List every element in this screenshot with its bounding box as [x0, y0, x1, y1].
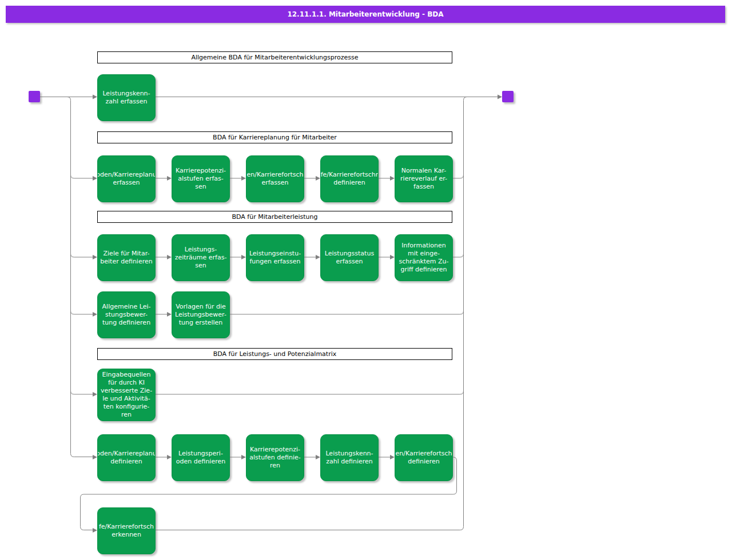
activity-node: en/Karrierefortscherfassen	[246, 155, 304, 202]
activity-node: oden/Karriereplanuerfassen	[97, 155, 156, 202]
activity-node: Ziele für Mitar-beiter definieren	[97, 234, 156, 281]
connector-tall-merge	[154, 391, 464, 394]
partition-header-karriereplanung: BDA für Karriereplanung für Mitarbeiter	[97, 131, 452, 143]
partition-header-allgemeine-bda: Allgemeine BDA für Mitarbeiterentwicklun…	[97, 51, 452, 63]
activity-node: Leistungseinstu-fungen erfassen	[246, 234, 304, 281]
diagram-title-bar: 12.11.1.1. Mitarbeiterentwicklung - BDA	[6, 6, 725, 23]
connector-branch-tall	[71, 391, 93, 394]
activity-node: Leistungs-zeiträume erfas-sen	[172, 234, 230, 281]
connector-row2-merge	[452, 175, 464, 178]
connector-left-trunk	[67, 97, 93, 457]
activity-node: Vorlagen für dieLeistungsbewer-tung erst…	[172, 291, 230, 338]
activity-node: Normalen Kar-riereverlauf er-fassen	[395, 155, 453, 202]
connector-row4-merge	[229, 311, 464, 314]
activity-node: Eingabequellenfür durch KIverbesserte Zi…	[97, 369, 156, 421]
end-node	[502, 91, 514, 102]
activity-node: Leistungsstatuserfassen	[320, 234, 379, 281]
partition-header-mitarbeiterleistung: BDA für Mitarbeiterleistung	[97, 211, 452, 223]
activity-node: Karrierepotenzi-alstufen definie-ren	[246, 434, 304, 481]
activity-node: Allgemeine Lei-stungsbewer-tung definier…	[97, 291, 156, 338]
activity-node: fe/Karrierefortschrdefinieren	[320, 155, 379, 202]
connector-branch-row3	[71, 254, 93, 257]
start-node	[29, 91, 40, 102]
connector-branch-row4	[71, 311, 93, 314]
connector-branch-row2	[71, 175, 93, 178]
activity-node: oden/Karriereplanudefinieren	[97, 434, 156, 481]
connector-row3-merge	[452, 254, 464, 257]
activity-node: Leistungskenn-zahl definieren	[320, 434, 379, 481]
diagram-canvas: 12.11.1.1. Mitarbeiterentwicklung - BDA	[0, 0, 732, 560]
activity-node: fe/Karrierefortscherkennen	[97, 507, 156, 554]
partition-header-potenzialmatrix: BDA für Leistungs- und Potenzialmatrix	[97, 348, 452, 360]
activity-node: en/Karrierefortschdefinieren	[395, 434, 453, 481]
activity-node: Informationenmit einge-schränktem Zu-gri…	[395, 234, 453, 281]
activity-node: Karrierepotenzi-alstufen erfas-sen	[172, 155, 230, 202]
activity-node: Leistungsperi-oden definieren	[172, 434, 230, 481]
activity-node: Leistungskenn-zahl erfassen	[97, 74, 156, 121]
